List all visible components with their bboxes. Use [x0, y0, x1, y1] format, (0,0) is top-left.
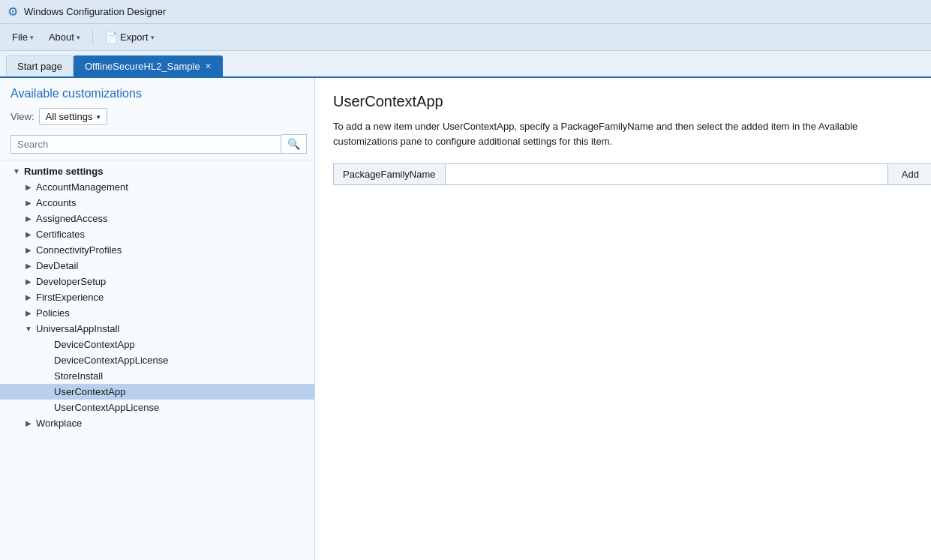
view-row: View: All settings ▾ [0, 105, 314, 131]
section-description: To add a new item under UserContextApp, … [333, 119, 913, 148]
tree-item-label: FirstExperience [35, 292, 104, 303]
right-panel: UserContextApp To add a new item under U… [315, 78, 931, 560]
tree-expand-icon: ▶ [23, 214, 35, 223]
app-icon: ⚙ [8, 4, 18, 19]
tree-item[interactable]: ▶FirstExperience [0, 289, 314, 305]
file-chevron-icon: ▾ [30, 34, 34, 41]
tree-expand-icon: ▶ [23, 309, 35, 317]
tree-item-label: Accounts [35, 197, 76, 208]
package-family-name-input[interactable] [446, 164, 887, 184]
tree-expand-icon: ▶ [23, 230, 35, 238]
tree-item[interactable]: ▶DevDetail [0, 258, 314, 274]
view-dropdown-chevron-icon: ▾ [97, 113, 101, 121]
tab-offline-secure-label: OfflineSecureHL2_Sample [85, 61, 200, 72]
tree-item-label: AccountManagement [35, 181, 128, 193]
tree-item[interactable]: StoreInstall [0, 368, 314, 384]
about-menu[interactable]: About ▾ [43, 28, 86, 46]
tree-item-label: UserContextApp [53, 386, 125, 397]
tree-expand-icon: ▶ [23, 183, 35, 191]
tab-offline-secure[interactable]: OfflineSecureHL2_Sample ✕ [74, 55, 223, 76]
tree-item[interactable]: ▶DeveloperSetup [0, 274, 314, 289]
tree-item[interactable]: UserContextApp [0, 384, 314, 400]
tree-item[interactable]: DeviceContextAppLicense [0, 352, 314, 368]
view-dropdown-label: All settings [46, 111, 93, 122]
title-bar: ⚙ Windows Configuration Designer [0, 0, 931, 24]
tree-item-label: ConnectivityProfiles [35, 244, 122, 256]
menu-divider [92, 30, 93, 45]
app-title: Windows Configuration Designer [24, 6, 166, 17]
tree-item[interactable]: ▼Runtime settings [0, 163, 314, 179]
tree-item-label: DeviceContextApp [53, 339, 135, 350]
tree-item-label: UniversalAppInstall [35, 323, 119, 334]
tree-item-label: DeveloperSetup [35, 276, 106, 287]
tree-item[interactable]: ▶Certificates [0, 226, 314, 242]
main-area: Available customizations View: All setti… [0, 78, 931, 560]
tree-item[interactable]: UserContextAppLicense [0, 400, 314, 415]
tree-item-label: DevDetail [35, 260, 78, 271]
tree-item[interactable]: ▼UniversalAppInstall [0, 321, 314, 337]
tree: ▼Runtime settings▶AccountManagement▶Acco… [0, 160, 314, 560]
view-label: View: [11, 111, 35, 122]
tree-expand-icon: ▶ [23, 293, 35, 301]
tree-expand-icon: ▶ [23, 277, 35, 286]
tree-expand-icon: ▼ [23, 325, 35, 333]
export-menu[interactable]: 📄 Export ▾ [99, 28, 161, 46]
file-menu-label: File [12, 31, 28, 43]
export-icon: 📄 [105, 31, 118, 43]
export-menu-label: Export [120, 31, 149, 43]
tree-item[interactable]: ▶Accounts [0, 195, 314, 211]
tree-item[interactable]: DeviceContextApp [0, 337, 314, 352]
tree-item-label: StoreInstall [53, 370, 103, 382]
tree-item[interactable]: ▶ConnectivityProfiles [0, 242, 314, 258]
search-button[interactable]: 🔍 [281, 134, 307, 154]
tree-expand-icon: ▶ [23, 199, 35, 207]
available-customizations-title: Available customizations [0, 78, 314, 105]
tree-item-label: Runtime settings [23, 166, 103, 177]
tree-expand-icon: ▼ [11, 167, 23, 175]
add-button[interactable]: Add [887, 164, 931, 184]
tab-start-page-label: Start page [17, 61, 62, 72]
tree-item[interactable]: ▶AccountManagement [0, 179, 314, 195]
tree-item[interactable]: ▶Workplace [0, 415, 314, 431]
tree-item-label: Workplace [35, 418, 82, 429]
tree-item-label: AssignedAccess [35, 213, 107, 224]
file-menu[interactable]: File ▾ [6, 28, 40, 46]
export-chevron-icon: ▾ [151, 34, 155, 41]
menu-bar: File ▾ About ▾ 📄 Export ▾ [0, 24, 931, 51]
tree-item-label: Policies [35, 307, 70, 319]
tab-bar: Start page OfflineSecureHL2_Sample ✕ [0, 51, 931, 78]
tree-expand-icon: ▶ [23, 419, 35, 427]
section-title: UserContextApp [333, 93, 913, 110]
search-row: 🔍 [0, 131, 314, 160]
tab-start-page[interactable]: Start page [6, 55, 74, 76]
tree-item-label: DeviceContextAppLicense [53, 355, 168, 366]
tree-expand-icon: ▶ [23, 246, 35, 254]
view-dropdown[interactable]: All settings ▾ [39, 108, 108, 125]
tree-expand-icon: ▶ [23, 262, 35, 270]
input-row: PackageFamilyName Add [333, 163, 931, 185]
about-chevron-icon: ▾ [77, 34, 80, 41]
tree-item-label: Certificates [35, 229, 85, 240]
tree-item[interactable]: ▶Policies [0, 305, 314, 321]
left-panel: Available customizations View: All setti… [0, 78, 315, 560]
package-family-name-label: PackageFamilyName [334, 164, 446, 184]
tab-close-icon[interactable]: ✕ [205, 61, 212, 71]
search-input[interactable] [11, 135, 281, 154]
about-menu-label: About [49, 31, 74, 43]
tree-item[interactable]: ▶AssignedAccess [0, 211, 314, 226]
tree-item-label: UserContextAppLicense [53, 402, 159, 413]
